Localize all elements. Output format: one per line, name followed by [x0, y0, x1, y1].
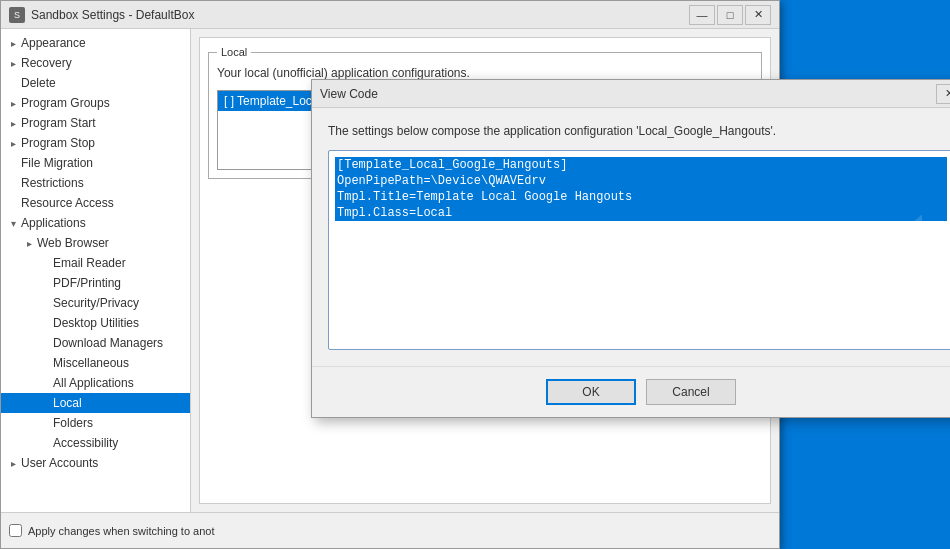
sidebar-label-accessibility: Accessibility [53, 436, 118, 450]
sidebar-label-user-accounts: User Accounts [21, 456, 98, 470]
sidebar-label-web-browser: Web Browser [37, 236, 109, 250]
sidebar-label-applications: Applications [21, 216, 86, 230]
sidebar-item-program-groups[interactable]: ▸Program Groups [1, 93, 190, 113]
expand-icon-folders [37, 415, 53, 431]
sidebar-item-local[interactable]: Local [1, 393, 190, 413]
expand-icon-web-browser: ▸ [21, 235, 37, 251]
sidebar-label-email-reader: Email Reader [53, 256, 126, 270]
sidebar-item-restrictions[interactable]: Restrictions [1, 173, 190, 193]
sidebar-item-recovery[interactable]: ▸Recovery [1, 53, 190, 73]
expand-icon-user-accounts: ▸ [5, 455, 21, 471]
sidebar-item-accessibility[interactable]: Accessibility [1, 433, 190, 453]
sidebar-label-miscellaneous: Miscellaneous [53, 356, 129, 370]
expand-icon-applications: ▾ [5, 215, 21, 231]
panel-description: Your local (unofficial) application conf… [217, 66, 753, 80]
expand-icon-program-stop: ▸ [5, 135, 21, 151]
expand-icon-email-reader [37, 255, 53, 271]
sidebar-label-local: Local [53, 396, 82, 410]
window-body: ▸Appearance▸RecoveryDelete▸Program Group… [1, 29, 779, 512]
expand-icon-security-privacy [37, 295, 53, 311]
sidebar-label-pdf-printing: PDF/Printing [53, 276, 121, 290]
sidebar-item-all-applications[interactable]: All Applications [1, 373, 190, 393]
sidebar-item-security-privacy[interactable]: Security/Privacy [1, 293, 190, 313]
sidebar-item-file-migration[interactable]: File Migration [1, 153, 190, 173]
sidebar-item-pdf-printing[interactable]: PDF/Printing [1, 273, 190, 293]
sidebar-item-appearance[interactable]: ▸Appearance [1, 33, 190, 53]
maximize-button[interactable]: □ [717, 5, 743, 25]
sidebar-item-delete[interactable]: Delete [1, 73, 190, 93]
expand-icon-accessibility [37, 435, 53, 451]
expand-icon-recovery: ▸ [5, 55, 21, 71]
expand-icon-desktop-utilities [37, 315, 53, 331]
sidebar-label-program-start: Program Start [21, 116, 96, 130]
main-window: S Sandbox Settings - DefaultBox — □ ✕ ▸A… [0, 0, 780, 549]
minimize-button[interactable]: — [689, 5, 715, 25]
sidebar-item-email-reader[interactable]: Email Reader [1, 253, 190, 273]
dialog-title: View Code [320, 87, 378, 101]
apply-changes-checkbox[interactable] [9, 524, 22, 537]
expand-icon-restrictions [5, 175, 21, 191]
sidebar-item-user-accounts[interactable]: ▸User Accounts [1, 453, 190, 473]
sidebar-item-download-managers[interactable]: Download Managers [1, 333, 190, 353]
ok-button[interactable]: OK [546, 379, 636, 405]
sidebar-item-miscellaneous[interactable]: Miscellaneous [1, 353, 190, 373]
cancel-button[interactable]: Cancel [646, 379, 736, 405]
expand-icon-program-start: ▸ [5, 115, 21, 131]
sidebar-label-program-groups: Program Groups [21, 96, 110, 110]
sidebar-label-security-privacy: Security/Privacy [53, 296, 139, 310]
sidebar-label-program-stop: Program Stop [21, 136, 95, 150]
sidebar-label-all-applications: All Applications [53, 376, 134, 390]
expand-icon-download-managers [37, 335, 53, 351]
sidebar-label-appearance: Appearance [21, 36, 86, 50]
sidebar-item-program-start[interactable]: ▸Program Start [1, 113, 190, 133]
sidebar-item-resource-access[interactable]: Resource Access [1, 193, 190, 213]
expand-icon-program-groups: ▸ [5, 95, 21, 111]
app-icon: S [9, 7, 25, 23]
footer-bar: Apply changes when switching to anot [1, 512, 779, 548]
title-bar-left: S Sandbox Settings - DefaultBox [9, 7, 194, 23]
expand-icon-file-migration [5, 155, 21, 171]
main-title-bar: S Sandbox Settings - DefaultBox — □ ✕ [1, 1, 779, 29]
sidebar-label-download-managers: Download Managers [53, 336, 163, 350]
expand-icon-pdf-printing [37, 275, 53, 291]
expand-icon-local [37, 395, 53, 411]
expand-icon-appearance: ▸ [5, 35, 21, 51]
sidebar-label-folders: Folders [53, 416, 93, 430]
sidebar-item-web-browser[interactable]: ▸Web Browser [1, 233, 190, 253]
main-window-title: Sandbox Settings - DefaultBox [31, 8, 194, 22]
sidebar: ▸Appearance▸RecoveryDelete▸Program Group… [1, 29, 191, 512]
expand-icon-miscellaneous [37, 355, 53, 371]
desktop-decoration [780, 0, 950, 549]
win-arrow-decoration [850, 215, 950, 335]
sidebar-label-file-migration: File Migration [21, 156, 93, 170]
expand-icon-all-applications [37, 375, 53, 391]
apply-changes-label: Apply changes when switching to anot [28, 525, 215, 537]
sidebar-label-delete: Delete [21, 76, 56, 90]
content-area: Local Your local (unofficial) applicatio… [191, 29, 779, 512]
expand-icon-resource-access [5, 195, 21, 211]
title-bar-controls: — □ ✕ [689, 5, 771, 25]
sidebar-label-recovery: Recovery [21, 56, 72, 70]
sidebar-item-program-stop[interactable]: ▸Program Stop [1, 133, 190, 153]
sidebar-label-resource-access: Resource Access [21, 196, 114, 210]
sidebar-item-folders[interactable]: Folders [1, 413, 190, 433]
sidebar-item-applications[interactable]: ▾Applications [1, 213, 190, 233]
sidebar-label-restrictions: Restrictions [21, 176, 84, 190]
expand-icon-delete [5, 75, 21, 91]
close-button[interactable]: ✕ [745, 5, 771, 25]
panel-title: Local [217, 46, 251, 58]
sidebar-label-desktop-utilities: Desktop Utilities [53, 316, 139, 330]
footer-checkbox-label[interactable]: Apply changes when switching to anot [9, 524, 215, 537]
sidebar-item-desktop-utilities[interactable]: Desktop Utilities [1, 313, 190, 333]
